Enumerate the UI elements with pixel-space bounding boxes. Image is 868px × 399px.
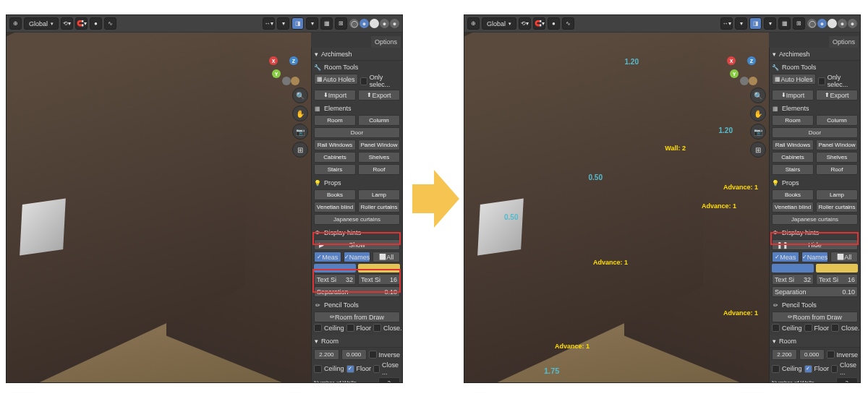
shade-extra-icon[interactable]: ●	[848, 19, 857, 28]
room-panel-header[interactable]: ▾Room	[312, 335, 402, 348]
prop-falloff-icon[interactable]: ∿	[562, 17, 574, 30]
options-button[interactable]: Options	[371, 36, 401, 48]
archimesh-header[interactable]: ▾Archimesh	[770, 48, 860, 61]
room-width-field[interactable]: 2.200	[314, 349, 339, 360]
text-size-a[interactable]: Text Si32	[772, 274, 814, 285]
xray-icon[interactable]: ▦	[320, 17, 333, 30]
separation-field[interactable]: Separation0.10	[772, 286, 858, 297]
inverse-check[interactable]	[369, 351, 377, 359]
door-button[interactable]: Door	[314, 127, 400, 138]
panel-window-button[interactable]: Panel Window	[358, 140, 400, 150]
name-color[interactable]	[816, 264, 858, 273]
measures-toggle[interactable]: ✓Meas	[314, 252, 341, 262]
axis-z[interactable]: Z	[747, 56, 756, 65]
axis-z[interactable]: Z	[289, 56, 298, 65]
options-button[interactable]: Options	[829, 36, 859, 48]
roller-button[interactable]: Roller curtains	[816, 202, 858, 213]
overlay-dropdown[interactable]: ▾	[306, 17, 318, 30]
text-size-b[interactable]: Text Si16	[358, 274, 400, 285]
zoom-icon[interactable]: 🔍	[292, 87, 308, 103]
room-panel-header[interactable]: ▾Room	[770, 335, 860, 348]
hide-button[interactable]: ❚❚Hide	[772, 239, 858, 250]
names-toggle[interactable]: ✓Names	[801, 252, 829, 262]
prop-falloff-icon[interactable]: ∿	[104, 17, 116, 30]
room-button[interactable]: Room	[314, 115, 356, 126]
shade-solid-icon[interactable]: ●	[359, 19, 369, 28]
roof-button[interactable]: Roof	[358, 164, 400, 175]
orientation-icon[interactable]: ⊕	[467, 17, 480, 30]
axis-neg2[interactable]	[282, 77, 291, 85]
gizmo-dropdown[interactable]: ▾	[277, 17, 289, 30]
rail-windows-button[interactable]: Rail Windows	[772, 140, 814, 150]
shade-material-icon[interactable]: ●	[827, 19, 837, 28]
perspective-icon[interactable]: ⊞	[750, 142, 766, 158]
overlay-toggle[interactable]: ◨	[292, 17, 304, 30]
rail-windows-button[interactable]: Rail Windows	[314, 140, 356, 150]
measures-toggle[interactable]: ✓Meas	[772, 252, 799, 262]
axis-x[interactable]: X	[727, 56, 736, 65]
axis-y[interactable]: Y	[272, 69, 281, 78]
shade-rendered-icon[interactable]: ●	[380, 19, 389, 28]
stairs-button[interactable]: Stairs	[772, 164, 814, 175]
names-toggle[interactable]: ✓Names	[344, 252, 371, 262]
auto-holes-button[interactable]: ▦ Auto Holes	[772, 74, 816, 85]
orientation-select[interactable]: Global ▾	[24, 17, 59, 30]
text-size-b[interactable]: Text Si16	[816, 274, 858, 285]
proportional-icon[interactable]: ●	[90, 17, 102, 30]
shade-wireframe-icon[interactable]: ◯	[349, 19, 359, 28]
snap-toggle[interactable]: 🧲▾	[533, 17, 545, 30]
axis-gizmo[interactable]: X Z Y	[727, 55, 759, 87]
num-walls-field[interactable]: 3	[836, 377, 859, 382]
ceiling-check-2[interactable]	[772, 365, 780, 373]
camera-icon[interactable]: 📷	[292, 124, 308, 140]
axis-neg2[interactable]	[740, 77, 749, 85]
roller-button[interactable]: Roller curtains	[358, 202, 400, 213]
export-button[interactable]: ⬆ Export	[358, 90, 400, 100]
gizmo-icon[interactable]: ↔▾	[720, 17, 733, 30]
close-check-1[interactable]	[831, 324, 839, 332]
books-button[interactable]: Books	[314, 189, 356, 200]
measure-color[interactable]	[314, 264, 356, 273]
cabinets-button[interactable]: Cabinets	[772, 152, 814, 163]
japanese-button[interactable]: Japanese curtains	[772, 214, 858, 225]
axis-gizmo[interactable]: X Z Y	[269, 55, 301, 87]
shading-modes[interactable]: ◯ ● ● ● ●	[349, 19, 399, 28]
shade-solid-icon[interactable]: ●	[817, 19, 827, 28]
pivot-icon[interactable]: ⟲▾	[61, 17, 73, 30]
perspective-icon[interactable]: ⊞	[292, 142, 308, 158]
close-check-1[interactable]	[373, 324, 381, 332]
close-check-2[interactable]	[831, 365, 838, 373]
floor-check-1[interactable]	[346, 324, 354, 332]
wire-icon[interactable]: ⊞	[793, 17, 805, 30]
column-button[interactable]: Column	[358, 115, 400, 126]
ceiling-check-1[interactable]	[772, 324, 780, 332]
inverse-check[interactable]	[827, 351, 835, 359]
close-check-2[interactable]	[373, 365, 380, 373]
axis-neg[interactable]	[749, 77, 757, 85]
separation-field[interactable]: Separation0.10	[314, 286, 400, 297]
overlay-dropdown[interactable]: ▾	[764, 17, 776, 30]
name-color[interactable]	[358, 264, 400, 273]
panel-window-button[interactable]: Panel Window	[816, 140, 858, 150]
show-button[interactable]: ▶Show	[314, 239, 400, 250]
pan-icon[interactable]: ✋	[292, 106, 308, 121]
auto-holes-button[interactable]: ▦ Auto Holes	[314, 74, 358, 85]
zoom-icon[interactable]: 🔍	[750, 87, 766, 103]
door-button[interactable]: Door	[772, 127, 858, 138]
floor-check-2[interactable]: ✓	[346, 365, 354, 373]
room-depth-field[interactable]: 0.000	[799, 349, 825, 360]
books-button[interactable]: Books	[772, 189, 814, 200]
xray-icon[interactable]: ▦	[778, 17, 791, 30]
room-width-field[interactable]: 2.200	[772, 349, 797, 360]
shade-material-icon[interactable]: ●	[370, 19, 379, 28]
venetian-button[interactable]: Venetian blind	[772, 202, 814, 213]
camera-icon[interactable]: 📷	[750, 124, 766, 140]
ceiling-check-2[interactable]	[314, 365, 322, 373]
room-from-draw-button[interactable]: ✏ Room from Draw	[314, 312, 400, 322]
proportional-icon[interactable]: ●	[548, 17, 560, 30]
only-selected-checkbox[interactable]	[818, 77, 825, 85]
export-button[interactable]: ⬆ Export	[816, 90, 858, 100]
column-button[interactable]: Column	[816, 115, 858, 126]
snap-toggle[interactable]: 🧲▾	[75, 17, 88, 30]
lamp-button[interactable]: Lamp	[358, 189, 400, 200]
